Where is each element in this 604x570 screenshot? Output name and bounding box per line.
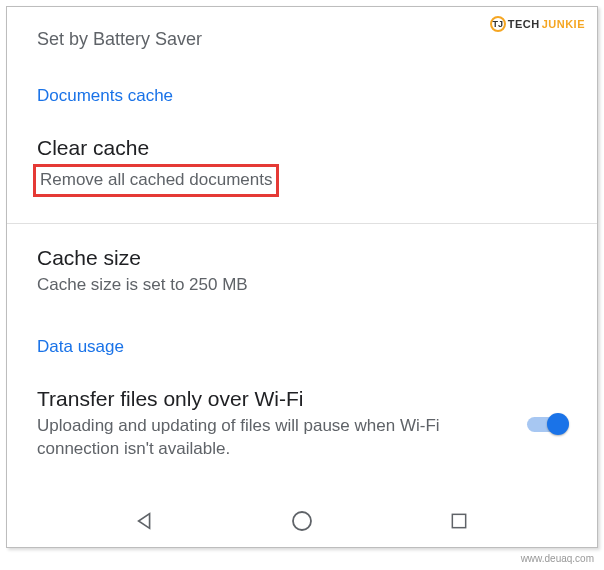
techjunkie-watermark: TJ TECHJUNKIE: [490, 16, 585, 32]
clear-cache-highlight: Remove all cached documents: [37, 164, 567, 197]
toggle-thumb: [547, 413, 569, 435]
watermark-text-tech: TECH: [508, 18, 540, 30]
documents-cache-section-header: Documents cache: [7, 86, 597, 106]
settings-content: Set by Battery Saver Documents cache Cle…: [7, 7, 597, 461]
back-triangle-icon: [134, 510, 156, 532]
wifi-only-title: Transfer files only over Wi-Fi: [37, 387, 511, 411]
back-button[interactable]: [133, 509, 157, 533]
home-circle-icon: [290, 509, 314, 533]
clear-cache-title: Clear cache: [37, 136, 567, 160]
wifi-only-subtitle: Uploading and updating of files will pau…: [37, 415, 511, 461]
divider: [7, 223, 597, 224]
svg-rect-1: [452, 514, 465, 527]
battery-saver-label: Set by Battery Saver: [7, 29, 597, 50]
watermark-text-junkie: JUNKIE: [542, 18, 585, 30]
android-nav-bar: [7, 495, 597, 547]
clear-cache-subtitle: Remove all cached documents: [33, 164, 279, 197]
source-watermark: www.deuaq.com: [521, 553, 594, 564]
techjunkie-logo-icon: TJ: [490, 16, 506, 32]
cache-size-item[interactable]: Cache size Cache size is set to 250 MB: [7, 246, 597, 297]
home-button[interactable]: [290, 509, 314, 533]
data-usage-section-header: Data usage: [7, 337, 597, 357]
cache-size-subtitle: Cache size is set to 250 MB: [37, 274, 567, 297]
svg-point-0: [293, 512, 311, 530]
settings-screen: TJ TECHJUNKIE Set by Battery Saver Docum…: [6, 6, 598, 548]
recent-apps-button[interactable]: [447, 509, 471, 533]
cache-size-title: Cache size: [37, 246, 567, 270]
clear-cache-item[interactable]: Clear cache Remove all cached documents: [7, 136, 597, 197]
wifi-only-item[interactable]: Transfer files only over Wi-Fi Uploading…: [7, 387, 597, 461]
wifi-only-toggle[interactable]: [527, 415, 567, 433]
recent-square-icon: [449, 511, 469, 531]
wifi-only-text: Transfer files only over Wi-Fi Uploading…: [37, 387, 511, 461]
